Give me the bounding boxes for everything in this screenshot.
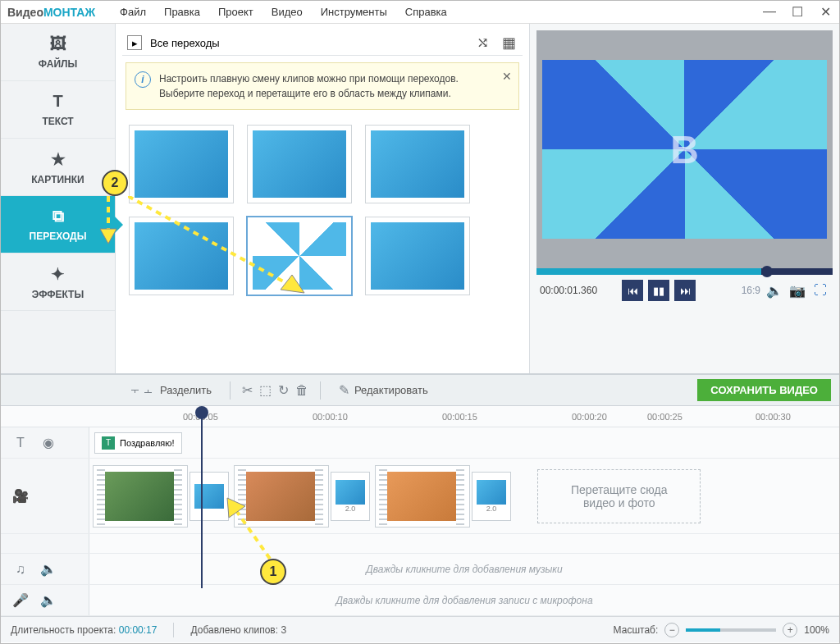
trash-icon[interactable]: 🗑 xyxy=(295,383,308,398)
prev-frame-button[interactable]: ⏮ xyxy=(622,280,643,301)
edit-icon: ✎ xyxy=(339,382,349,398)
timeline-area: T ◉ T Поздравляю! 🎥 2.0 xyxy=(1,427,839,616)
titlebar: ВидеоМОНТАЖ Файл Правка Проект Видео Инс… xyxy=(1,1,839,24)
sidebar-item-images[interactable]: ★ КАРТИНКИ xyxy=(1,139,115,196)
menu-help[interactable]: Справка xyxy=(405,6,447,18)
annotation-arrow-up xyxy=(221,491,278,565)
svg-line-2 xyxy=(128,196,292,286)
transition-thumb[interactable] xyxy=(365,217,470,295)
snapshot-icon[interactable]: 📷 xyxy=(788,281,806,299)
sidebar-item-effects[interactable]: ✦ ЭФФЕКТЫ xyxy=(1,253,115,311)
next-frame-button[interactable]: ⏭ xyxy=(674,280,696,301)
cut-icon[interactable]: ✂ xyxy=(242,382,253,398)
eye-icon[interactable]: ◉ xyxy=(40,435,57,450)
timeline-ruler[interactable]: 00:00:05 00:00:10 00:00:15 00:00:20 00:0… xyxy=(1,406,839,427)
preview-panel: B 00:00:01.360 ⏮ ▮▮ ⏭ 16:9 🔈 📷 ⛶ xyxy=(530,24,839,373)
text-badge-icon: T xyxy=(102,436,115,450)
annotation-arrow-diag xyxy=(128,196,317,303)
svg-marker-1 xyxy=(100,229,116,244)
menu-video[interactable]: Видео xyxy=(272,6,303,18)
text-icon: T xyxy=(52,92,62,111)
video-clip[interactable] xyxy=(93,465,188,528)
ruler-tick: 00:00:30 xyxy=(756,412,791,422)
volume-icon[interactable]: 🔈 xyxy=(765,281,783,299)
zoom-label: Масштаб: xyxy=(614,624,659,636)
sidebar-item-label: ТЕКСТ xyxy=(42,116,73,127)
zoom-out-button[interactable]: − xyxy=(664,623,679,637)
sidebar-item-label: ЭФФЕКТЫ xyxy=(32,289,84,300)
project-duration: Длительность проекта: 00:00:17 xyxy=(11,624,157,636)
split-icon: ⫟⫠ xyxy=(129,383,155,398)
sidebar-item-label: ФАЙЛЫ xyxy=(39,58,77,70)
music-track: ♫ 🔈 Дважды кликните для добавления музык… xyxy=(1,554,839,585)
drop-zone[interactable]: Перетащите сюда видео и фото xyxy=(537,469,701,523)
video-clip[interactable] xyxy=(375,465,470,528)
sidebar-item-text[interactable]: T ТЕКСТ xyxy=(1,81,115,139)
aspect-ratio-label[interactable]: 16:9 xyxy=(742,285,760,296)
shuffle-icon[interactable]: ⤭ xyxy=(473,34,491,52)
transition-slot[interactable]: 2.0 xyxy=(472,472,511,521)
mic-track-hint[interactable]: Дважды кликните для добавления записи с … xyxy=(89,595,839,606)
timeline-toolbar: ⫟⫠ Разделить ✂ ⬚ ↻ 🗑 ✎ Редактировать СОХ… xyxy=(1,375,839,406)
zoom-control: Масштаб: − + 100% xyxy=(614,623,829,637)
camera-icon: 🎥 xyxy=(12,488,29,504)
window-controls: — ☐ ✕ xyxy=(762,4,833,20)
text-clip-label: Поздравляю! xyxy=(120,438,175,448)
image-icon: 🖼 xyxy=(50,34,66,53)
rotate-icon[interactable]: ↻ xyxy=(278,382,289,398)
transition-slot[interactable]: 2.0 xyxy=(331,472,370,521)
info-banner-text: Настроить плавную смену клипов можно при… xyxy=(159,73,459,99)
close-icon[interactable]: ✕ xyxy=(818,4,833,20)
annotation-marker-1: 1 xyxy=(260,559,286,585)
transitions-panel-title: Все переходы xyxy=(150,37,220,49)
app-logo: ВидеоМОНТАЖ xyxy=(7,6,95,19)
preview-progress-bar[interactable] xyxy=(536,268,833,275)
view-grid-icon[interactable]: ▦ xyxy=(500,34,518,52)
menu-tools[interactable]: Инструменты xyxy=(321,6,387,18)
edit-button[interactable]: ✎ Редактировать xyxy=(332,379,435,401)
zoom-in-button[interactable]: + xyxy=(783,623,797,637)
transition-thumb[interactable] xyxy=(247,125,352,203)
svg-marker-3 xyxy=(281,275,304,293)
zoom-slider[interactable] xyxy=(686,628,776,632)
clips-count: Добавлено клипов: 3 xyxy=(190,624,286,636)
fullscreen-icon[interactable]: ⛶ xyxy=(811,281,829,299)
transition-thumb[interactable] xyxy=(129,125,234,203)
zoom-value: 100% xyxy=(804,624,829,636)
mic-track: 🎤 🔈 Дважды кликните для добавления запис… xyxy=(1,585,839,616)
ruler-tick: 00:00:20 xyxy=(572,412,607,422)
sidebar-item-files[interactable]: 🖼 ФАЙЛЫ xyxy=(1,24,115,81)
menu-edit[interactable]: Правка xyxy=(164,6,200,18)
main-menu: Файл Правка Проект Видео Инструменты Спр… xyxy=(120,6,447,18)
info-banner: i Настроить плавную смену клипов можно п… xyxy=(126,62,519,110)
volume-icon[interactable]: 🔈 xyxy=(40,592,57,608)
transition-thumb[interactable] xyxy=(365,125,470,203)
transitions-icon: ⧉ xyxy=(52,207,64,226)
music-note-icon: ♫ xyxy=(12,562,29,577)
video-track: 🎥 2.0 2.0 Перетащите xyxy=(1,459,839,534)
transitions-panel-header: ▸ Все переходы ⤭ ▦ xyxy=(122,30,523,56)
crop-icon[interactable]: ⬚ xyxy=(259,382,272,398)
split-button[interactable]: ⫟⫠ Разделить xyxy=(122,380,218,401)
spacer-track xyxy=(1,534,839,554)
preview-visual: B xyxy=(542,60,827,239)
star-icon: ★ xyxy=(51,149,66,169)
pause-button[interactable]: ▮▮ xyxy=(648,280,669,301)
maximize-icon[interactable]: ☐ xyxy=(790,4,805,20)
svg-line-4 xyxy=(235,509,270,559)
play-square-icon: ▸ xyxy=(127,35,142,50)
close-banner-icon[interactable]: ✕ xyxy=(502,68,512,85)
volume-icon[interactable]: 🔈 xyxy=(40,561,57,577)
preview-controls: 00:00:01.360 ⏮ ▮▮ ⏭ 16:9 🔈 📷 ⛶ xyxy=(536,275,833,306)
playhead[interactable] xyxy=(201,408,203,588)
text-clip[interactable]: T Поздравляю! xyxy=(94,432,182,454)
svg-marker-5 xyxy=(227,498,245,518)
playhead-handle-icon[interactable] xyxy=(195,406,208,419)
minimize-icon[interactable]: — xyxy=(762,4,777,20)
preview-letter: B xyxy=(670,127,699,172)
info-icon: i xyxy=(135,71,151,88)
annotation-marker-2: 2 xyxy=(102,170,128,196)
menu-file[interactable]: Файл xyxy=(120,6,146,18)
save-video-button[interactable]: СОХРАНИТЬ ВИДЕО xyxy=(697,379,831,401)
menu-project[interactable]: Проект xyxy=(218,6,253,18)
